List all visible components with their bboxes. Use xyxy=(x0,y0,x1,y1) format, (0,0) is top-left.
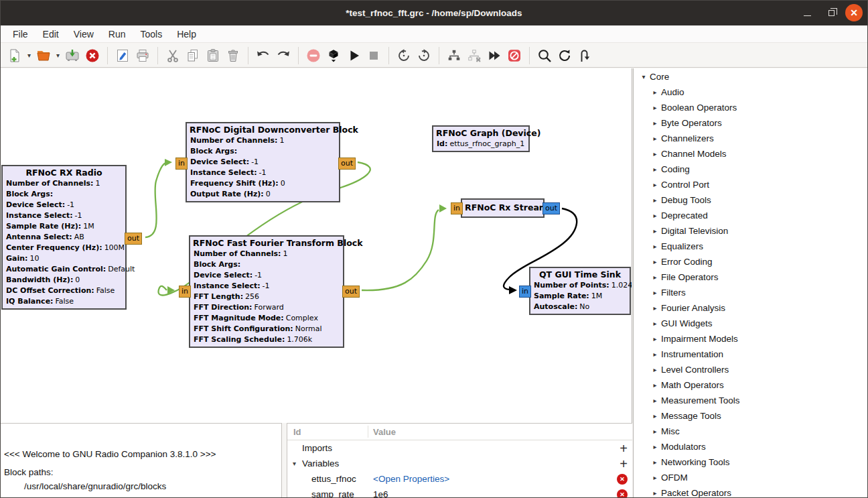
row-value[interactable]: <Open Properties> xyxy=(373,474,449,484)
row-action-icon[interactable] xyxy=(620,442,628,455)
execute-flowgraph-button[interactable] xyxy=(344,46,364,66)
port-in[interactable]: in xyxy=(519,286,531,298)
block-rfnoc-rx-radio[interactable]: RFNoC RX Radio Number of Channels:1Block… xyxy=(1,165,127,310)
menu-item[interactable]: View xyxy=(66,27,101,41)
edit-properties-button[interactable] xyxy=(113,46,133,66)
tree-expander-icon[interactable]: ▸ xyxy=(650,243,660,250)
tree-expander-icon[interactable]: ▸ xyxy=(650,166,660,173)
sidebar-category[interactable]: ▸ Impairment Models xyxy=(634,331,868,347)
delete-button[interactable] xyxy=(223,46,243,66)
port-in[interactable]: in xyxy=(179,286,191,298)
sidebar-category[interactable]: ▸ Math Operators xyxy=(634,377,868,393)
tree-expander-icon[interactable]: ▸ xyxy=(650,443,660,450)
sidebar-category[interactable]: ▸ Equalizers xyxy=(634,239,868,254)
tree-expander-icon[interactable]: ▸ xyxy=(650,135,660,142)
tree-expander-icon[interactable]: ▸ xyxy=(650,366,660,373)
connection-fft-to-streamer[interactable] xyxy=(362,210,439,290)
row-value[interactable]: 1e6 xyxy=(373,489,388,498)
block-rfnoc-rx-streamer[interactable]: RFNoC Rx Streamer in out xyxy=(461,198,545,218)
rotate-ccw-button[interactable] xyxy=(394,46,414,66)
menu-item[interactable]: Run xyxy=(101,27,133,41)
open-dropdown-arrow-icon[interactable]: ▾ xyxy=(54,52,62,59)
sidebar-category[interactable]: ▸ Filters xyxy=(634,285,868,300)
block-rfnoc-fft[interactable]: RFNoC Fast Fourier Transform Block Numbe… xyxy=(189,235,344,348)
rotate-cw-button[interactable] xyxy=(414,46,434,66)
tree-expander-icon[interactable]: ▸ xyxy=(650,320,660,327)
tree-expander-icon[interactable]: ▸ xyxy=(650,381,660,389)
menu-item[interactable]: File xyxy=(5,27,35,41)
paste-button[interactable] xyxy=(203,46,223,66)
port-out[interactable]: out xyxy=(342,286,360,298)
tree-expander-icon[interactable]: ▸ xyxy=(650,458,660,466)
enable-block-button[interactable] xyxy=(444,46,464,66)
sidebar-category[interactable]: ▸ Coding xyxy=(634,162,868,177)
generate-flowgraph-button[interactable] xyxy=(323,46,344,66)
find-block-button[interactable] xyxy=(534,46,555,66)
sidebar-category[interactable]: ▸ Channelizers xyxy=(634,131,868,146)
toggle-disabled-blocks-button[interactable] xyxy=(504,46,524,66)
maximize-button[interactable] xyxy=(822,4,840,21)
copy-button[interactable] xyxy=(183,46,203,66)
variables-row[interactable]: samp_rate 1e6 xyxy=(287,487,632,498)
sidebar-category[interactable]: ▸ Networking Tools xyxy=(634,454,868,470)
port-out[interactable]: out xyxy=(338,158,356,170)
new-dropdown-arrow-icon[interactable]: ▾ xyxy=(25,52,33,59)
sidebar-category[interactable]: ▸ Deprecated xyxy=(634,208,868,223)
tree-expander-icon[interactable]: ▸ xyxy=(650,289,660,296)
tree-expander-icon[interactable]: ▸ xyxy=(650,304,660,312)
tree-expander-icon[interactable]: ▸ xyxy=(650,181,660,188)
sidebar-category[interactable]: ▸ Debug Tools xyxy=(634,192,868,208)
tree-expander-icon[interactable]: ▸ xyxy=(650,397,660,404)
port-out[interactable]: out xyxy=(125,233,142,245)
connection-radio-to-ddc[interactable] xyxy=(145,163,166,237)
sidebar-category[interactable]: ▸ Misc xyxy=(634,424,868,439)
tree-expander-icon[interactable]: ▸ xyxy=(650,489,660,497)
navigate-button[interactable] xyxy=(575,46,595,66)
sidebar-category[interactable]: ▸ Packet Operators xyxy=(634,485,868,498)
disable-block-button[interactable] xyxy=(464,46,484,66)
cut-button[interactable] xyxy=(163,46,183,66)
row-action-icon[interactable] xyxy=(617,489,628,498)
port-in[interactable]: in xyxy=(451,202,463,214)
sidebar-category[interactable]: ▸ Audio xyxy=(634,84,868,100)
sidebar-category[interactable]: ▸ File Operators xyxy=(634,269,868,285)
undo-button[interactable] xyxy=(253,46,273,66)
tree-expander-icon[interactable]: ▸ xyxy=(650,273,660,281)
save-flowgraph-button[interactable] xyxy=(62,46,82,66)
tree-expander-icon[interactable]: ▸ xyxy=(650,258,660,265)
kill-flowgraph-button[interactable] xyxy=(364,46,384,66)
menu-item[interactable]: Edit xyxy=(35,27,66,41)
tree-expander-icon[interactable]: ▸ xyxy=(650,150,660,158)
flowgraph-canvas[interactable]: RFNoC RX Radio Number of Channels:1Block… xyxy=(0,68,632,423)
tree-expander-icon[interactable]: ▾ xyxy=(293,460,302,467)
port-in[interactable]: in xyxy=(175,158,188,170)
sidebar-category[interactable]: ▸ Byte Operators xyxy=(634,115,868,131)
row-action-icon[interactable] xyxy=(617,474,628,485)
sidebar-category[interactable]: ▸ Instrumentation xyxy=(634,347,868,362)
tree-expander-icon[interactable]: ▸ xyxy=(650,335,660,343)
tree-expander-icon[interactable]: ▸ xyxy=(650,227,660,235)
tree-expander-icon[interactable]: ▸ xyxy=(650,412,660,420)
variables-row[interactable]: ▾ Variables xyxy=(287,456,632,471)
tree-expander-icon[interactable]: ▸ xyxy=(650,196,660,204)
new-flowgraph-button[interactable] xyxy=(5,46,25,66)
sidebar-category[interactable]: ▸ Error Coding xyxy=(634,254,868,269)
variables-row[interactable]: ettus_rfnoc <Open Properties> xyxy=(287,471,632,487)
tree-expander-icon[interactable]: ▸ xyxy=(650,119,660,127)
menu-item[interactable]: Tools xyxy=(133,27,169,41)
tree-expander-icon[interactable]: ▸ xyxy=(650,428,660,435)
sidebar-category[interactable]: ▸ Fourier Analysis xyxy=(634,300,868,316)
close-flowgraph-button[interactable] xyxy=(82,46,102,66)
sidebar-category[interactable]: ▸ GUI Widgets xyxy=(634,316,868,331)
sidebar-category[interactable]: ▸ Control Port xyxy=(634,177,868,192)
redo-button[interactable] xyxy=(273,46,293,66)
tree-expander-icon[interactable]: ▸ xyxy=(650,212,660,219)
menu-item[interactable]: Help xyxy=(169,27,204,41)
tree-expander-icon[interactable]: ▸ xyxy=(650,351,660,358)
block-rfnoc-ddc[interactable]: RFNoC Digital Downconverter Block Number… xyxy=(186,122,340,202)
sidebar-category[interactable]: ▸ Digital Television xyxy=(634,223,868,239)
sidebar-category[interactable]: ▸ Channel Models xyxy=(634,146,868,162)
tree-expander-icon[interactable]: ▸ xyxy=(650,88,660,96)
sidebar-category[interactable]: ▸ Level Controllers xyxy=(634,362,868,377)
sidebar-category[interactable]: ▸ Message Tools xyxy=(634,408,868,424)
